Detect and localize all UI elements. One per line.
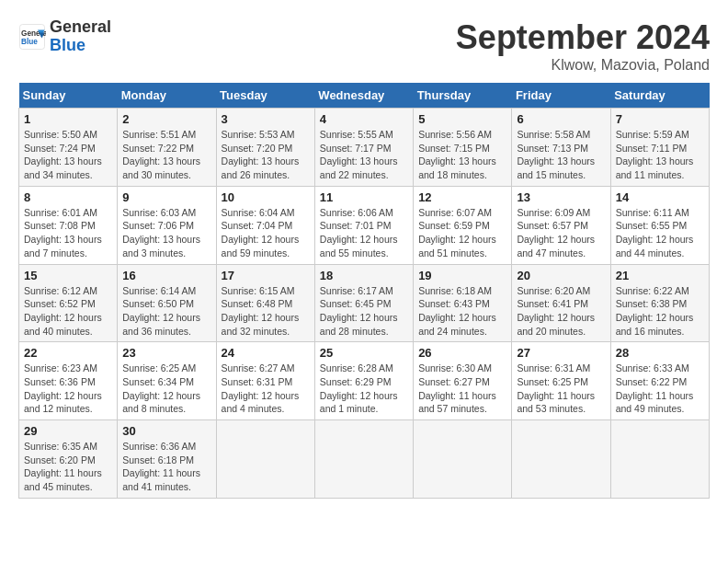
calendar-day: 12Sunrise: 6:07 AM Sunset: 6:59 PM Dayli… bbox=[414, 186, 512, 264]
calendar-day bbox=[512, 420, 610, 499]
weekday-header-thursday: Thursday bbox=[414, 83, 512, 109]
day-detail: Sunrise: 5:51 AM Sunset: 7:22 PM Dayligh… bbox=[122, 128, 210, 182]
day-number: 11 bbox=[320, 190, 408, 204]
calendar-day: 6Sunrise: 5:58 AM Sunset: 7:13 PM Daylig… bbox=[512, 109, 610, 187]
day-detail: Sunrise: 6:07 AM Sunset: 6:59 PM Dayligh… bbox=[418, 206, 506, 260]
day-detail: Sunrise: 6:33 AM Sunset: 6:22 PM Dayligh… bbox=[616, 362, 704, 416]
day-detail: Sunrise: 6:09 AM Sunset: 6:57 PM Dayligh… bbox=[517, 206, 605, 260]
day-detail: Sunrise: 6:36 AM Sunset: 6:18 PM Dayligh… bbox=[122, 440, 210, 494]
day-number: 17 bbox=[222, 269, 310, 282]
weekday-header-tuesday: Tuesday bbox=[216, 83, 314, 109]
day-number: 6 bbox=[517, 112, 605, 126]
day-number: 14 bbox=[616, 190, 704, 204]
calendar-day bbox=[414, 420, 512, 499]
calendar-day: 13Sunrise: 6:09 AM Sunset: 6:57 PM Dayli… bbox=[512, 186, 610, 264]
day-detail: Sunrise: 6:35 AM Sunset: 6:20 PM Dayligh… bbox=[24, 440, 112, 494]
calendar-table: SundayMondayTuesdayWednesdayThursdayFrid… bbox=[18, 83, 710, 499]
day-number: 10 bbox=[222, 190, 310, 204]
day-number: 24 bbox=[222, 346, 310, 360]
day-detail: Sunrise: 6:01 AM Sunset: 7:08 PM Dayligh… bbox=[24, 206, 112, 260]
day-detail: Sunrise: 5:59 AM Sunset: 7:11 PM Dayligh… bbox=[616, 128, 704, 182]
day-number: 21 bbox=[616, 269, 704, 282]
calendar-week-2: 8Sunrise: 6:01 AM Sunset: 7:08 PM Daylig… bbox=[19, 186, 710, 264]
day-number: 2 bbox=[122, 112, 210, 126]
day-number: 12 bbox=[418, 190, 506, 204]
day-number: 29 bbox=[24, 424, 112, 438]
calendar-day: 30Sunrise: 6:36 AM Sunset: 6:18 PM Dayli… bbox=[118, 420, 216, 499]
day-detail: Sunrise: 6:31 AM Sunset: 6:25 PM Dayligh… bbox=[517, 362, 605, 416]
day-detail: Sunrise: 5:58 AM Sunset: 7:13 PM Dayligh… bbox=[517, 128, 605, 182]
day-number: 13 bbox=[517, 190, 605, 204]
day-number: 8 bbox=[24, 190, 112, 204]
calendar-day: 9Sunrise: 6:03 AM Sunset: 7:06 PM Daylig… bbox=[118, 186, 216, 264]
day-detail: Sunrise: 5:50 AM Sunset: 7:24 PM Dayligh… bbox=[24, 128, 112, 182]
page-title: September 2024 bbox=[456, 18, 710, 57]
weekday-header-friday: Friday bbox=[512, 83, 610, 109]
calendar-day: 28Sunrise: 6:33 AM Sunset: 6:22 PM Dayli… bbox=[610, 342, 709, 420]
weekday-header-sunday: Sunday bbox=[19, 83, 118, 109]
day-detail: Sunrise: 6:27 AM Sunset: 6:31 PM Dayligh… bbox=[222, 362, 310, 416]
day-number: 20 bbox=[517, 269, 605, 282]
day-number: 5 bbox=[418, 112, 506, 126]
logo-general: General bbox=[50, 18, 111, 37]
day-number: 9 bbox=[122, 190, 210, 204]
day-number: 1 bbox=[24, 112, 112, 126]
day-detail: Sunrise: 6:17 AM Sunset: 6:45 PM Dayligh… bbox=[320, 284, 408, 339]
weekday-header-row: SundayMondayTuesdayWednesdayThursdayFrid… bbox=[19, 83, 710, 109]
page-header: General Blue General Blue September 2024… bbox=[18, 18, 710, 74]
calendar-day: 5Sunrise: 5:56 AM Sunset: 7:15 PM Daylig… bbox=[414, 109, 512, 187]
day-detail: Sunrise: 6:28 AM Sunset: 6:29 PM Dayligh… bbox=[320, 362, 408, 416]
calendar-day: 2Sunrise: 5:51 AM Sunset: 7:22 PM Daylig… bbox=[118, 109, 216, 187]
day-detail: Sunrise: 5:53 AM Sunset: 7:20 PM Dayligh… bbox=[222, 128, 310, 182]
calendar-day: 14Sunrise: 6:11 AM Sunset: 6:55 PM Dayli… bbox=[610, 186, 709, 264]
calendar-day: 17Sunrise: 6:15 AM Sunset: 6:48 PM Dayli… bbox=[216, 264, 314, 342]
day-detail: Sunrise: 6:25 AM Sunset: 6:34 PM Dayligh… bbox=[122, 362, 210, 416]
calendar-day bbox=[610, 420, 709, 499]
calendar-day: 11Sunrise: 6:06 AM Sunset: 7:01 PM Dayli… bbox=[314, 186, 413, 264]
calendar-day: 1Sunrise: 5:50 AM Sunset: 7:24 PM Daylig… bbox=[19, 109, 118, 187]
day-number: 26 bbox=[418, 346, 506, 360]
calendar-day: 16Sunrise: 6:14 AM Sunset: 6:50 PM Dayli… bbox=[118, 264, 216, 342]
day-detail: Sunrise: 6:03 AM Sunset: 7:06 PM Dayligh… bbox=[122, 206, 210, 260]
day-detail: Sunrise: 6:14 AM Sunset: 6:50 PM Dayligh… bbox=[122, 284, 210, 339]
calendar-week-4: 22Sunrise: 6:23 AM Sunset: 6:36 PM Dayli… bbox=[19, 342, 710, 420]
day-number: 30 bbox=[122, 424, 210, 438]
day-detail: Sunrise: 5:56 AM Sunset: 7:15 PM Dayligh… bbox=[418, 128, 506, 182]
day-number: 25 bbox=[320, 346, 408, 360]
calendar-day: 25Sunrise: 6:28 AM Sunset: 6:29 PM Dayli… bbox=[314, 342, 413, 420]
day-number: 15 bbox=[24, 269, 112, 282]
calendar-day: 23Sunrise: 6:25 AM Sunset: 6:34 PM Dayli… bbox=[118, 342, 216, 420]
logo-blue: Blue bbox=[50, 37, 111, 55]
calendar-day: 19Sunrise: 6:18 AM Sunset: 6:43 PM Dayli… bbox=[414, 264, 512, 342]
logo-icon: General Blue bbox=[18, 23, 46, 51]
calendar-day: 24Sunrise: 6:27 AM Sunset: 6:31 PM Dayli… bbox=[216, 342, 314, 420]
day-detail: Sunrise: 6:18 AM Sunset: 6:43 PM Dayligh… bbox=[418, 284, 506, 339]
calendar-day bbox=[216, 420, 314, 499]
calendar-week-3: 15Sunrise: 6:12 AM Sunset: 6:52 PM Dayli… bbox=[19, 264, 710, 342]
calendar-week-1: 1Sunrise: 5:50 AM Sunset: 7:24 PM Daylig… bbox=[19, 109, 710, 187]
day-detail: Sunrise: 6:06 AM Sunset: 7:01 PM Dayligh… bbox=[320, 206, 408, 260]
calendar-day: 7Sunrise: 5:59 AM Sunset: 7:11 PM Daylig… bbox=[610, 109, 709, 187]
calendar-day: 21Sunrise: 6:22 AM Sunset: 6:38 PM Dayli… bbox=[610, 264, 709, 342]
day-number: 7 bbox=[616, 112, 704, 126]
day-detail: Sunrise: 5:55 AM Sunset: 7:17 PM Dayligh… bbox=[320, 128, 408, 182]
day-detail: Sunrise: 6:30 AM Sunset: 6:27 PM Dayligh… bbox=[418, 362, 506, 416]
svg-text:Blue: Blue bbox=[21, 37, 38, 45]
calendar-week-5: 29Sunrise: 6:35 AM Sunset: 6:20 PM Dayli… bbox=[19, 420, 710, 499]
day-number: 23 bbox=[122, 346, 210, 360]
day-detail: Sunrise: 6:04 AM Sunset: 7:04 PM Dayligh… bbox=[222, 206, 310, 260]
calendar-day: 27Sunrise: 6:31 AM Sunset: 6:25 PM Dayli… bbox=[512, 342, 610, 420]
day-number: 27 bbox=[517, 346, 605, 360]
day-detail: Sunrise: 6:20 AM Sunset: 6:41 PM Dayligh… bbox=[517, 284, 605, 339]
weekday-header-monday: Monday bbox=[118, 83, 216, 109]
calendar-day: 18Sunrise: 6:17 AM Sunset: 6:45 PM Dayli… bbox=[314, 264, 413, 342]
weekday-header-wednesday: Wednesday bbox=[314, 83, 413, 109]
logo: General Blue General Blue bbox=[18, 18, 111, 55]
weekday-header-saturday: Saturday bbox=[610, 83, 709, 109]
calendar-day: 26Sunrise: 6:30 AM Sunset: 6:27 PM Dayli… bbox=[414, 342, 512, 420]
day-detail: Sunrise: 6:12 AM Sunset: 6:52 PM Dayligh… bbox=[24, 284, 112, 339]
calendar-day: 29Sunrise: 6:35 AM Sunset: 6:20 PM Dayli… bbox=[19, 420, 118, 499]
day-detail: Sunrise: 6:11 AM Sunset: 6:55 PM Dayligh… bbox=[616, 206, 704, 260]
calendar-day: 10Sunrise: 6:04 AM Sunset: 7:04 PM Dayli… bbox=[216, 186, 314, 264]
day-number: 22 bbox=[24, 346, 112, 360]
